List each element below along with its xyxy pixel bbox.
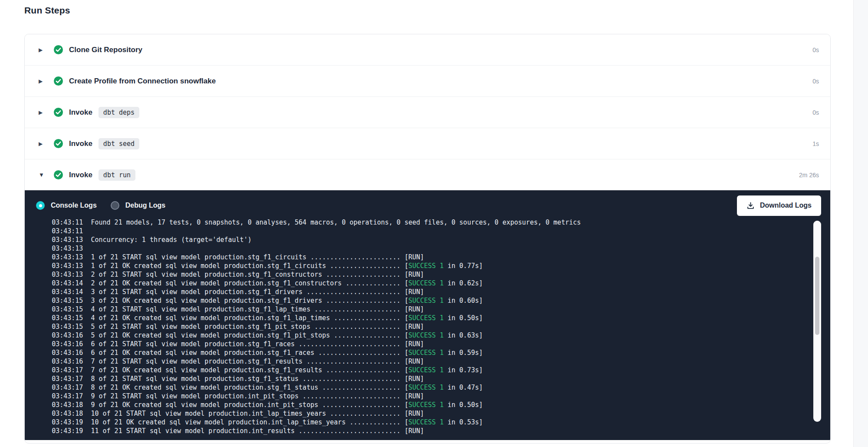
log-status: [SUCCESS 1 in 0.50s]: [404, 401, 483, 409]
log-message: 6 of 21 OK created sql view model produc…: [83, 349, 404, 357]
page-title: Run Steps: [24, 5, 70, 16]
caret-icon[interactable]: ▶: [39, 109, 54, 116]
log-timestamp: 03:43:19: [52, 427, 83, 435]
step-command-badge: dbt run: [99, 169, 135, 181]
log-timestamp: 03:43:13: [52, 253, 83, 261]
log-status: [SUCCESS 1 in 0.47s]: [404, 384, 483, 391]
log-timestamp: 03:43:17: [52, 384, 83, 391]
log-message: 10 of 21 OK created sql view model produ…: [83, 418, 404, 426]
log-timestamp: 03:43:18: [52, 410, 83, 417]
log-tab[interactable]: Debug Logs: [111, 201, 165, 210]
log-status: [SUCCESS 1 in 0.73s]: [404, 366, 483, 374]
run-step-row[interactable]: ▶ Clone Git Repository 0s: [25, 34, 830, 65]
success-check-icon: [54, 108, 63, 117]
caret-icon[interactable]: ▶: [39, 141, 54, 147]
log-status: [RUN]: [404, 271, 424, 278]
step-duration: 1s: [812, 140, 819, 147]
log-message: 10 of 21 START sql view model production…: [83, 410, 404, 417]
step-label: Invoke: [69, 139, 92, 148]
caret-icon[interactable]: ▶: [39, 47, 54, 53]
log-message: 1 of 21 START sql view model production.…: [83, 253, 404, 261]
log-timestamp: 03:43:13: [52, 262, 83, 270]
log-message: 7 of 21 START sql view model production.…: [83, 358, 404, 365]
log-timestamp: 03:43:15: [52, 305, 83, 313]
run-step-row[interactable]: ▶ Invoke dbt deps 0s: [25, 96, 830, 128]
log-message: Found 21 models, 17 tests, 0 snapshots, …: [83, 219, 581, 226]
caret-icon[interactable]: ▼: [39, 172, 54, 178]
step-duration: 2m 26s: [799, 172, 819, 179]
console-scrollbar-thumb[interactable]: [815, 257, 819, 335]
step-command-badge: dbt deps: [99, 107, 139, 118]
caret-icon[interactable]: ▶: [39, 78, 54, 84]
log-status: [SUCCESS 1 in 0.77s]: [404, 262, 483, 270]
log-message: 2 of 21 OK created sql view model produc…: [83, 279, 404, 287]
step-label: Clone Git Repository: [69, 46, 142, 54]
radio-icon[interactable]: [111, 201, 119, 210]
log-timestamp: 03:43:17: [52, 366, 83, 374]
log-message: 9 of 21 START sql view model production.…: [83, 392, 404, 400]
log-status: [SUCCESS 1 in 0.63s]: [404, 331, 483, 339]
step-command-badge: dbt seed: [99, 138, 139, 149]
run-step-row[interactable]: ▶ Create Profile from Connection snowfla…: [25, 65, 830, 96]
log-tab-label: Console Logs: [51, 202, 97, 209]
download-icon: [746, 202, 755, 210]
console-log-output[interactable]: 03:43:11 Found 21 models, 17 tests, 0 sn…: [25, 214, 811, 440]
step-label: Invoke: [69, 171, 92, 179]
log-message: Concurrency: 1 threads (target='default'…: [83, 236, 251, 244]
log-timestamp: 03:43:16: [52, 340, 83, 348]
log-timestamp: 03:43:11: [52, 227, 83, 235]
log-message: 3 of 21 OK created sql view model produc…: [83, 297, 404, 305]
log-timestamp: 03:43:15: [52, 297, 83, 305]
right-rail: [853, 0, 868, 447]
success-check-icon: [54, 170, 63, 179]
log-status: [SUCCESS 1 in 0.59s]: [404, 349, 483, 357]
log-status: [RUN]: [404, 340, 424, 348]
log-timestamp: 03:43:14: [52, 279, 83, 287]
log-message: 5 of 21 START sql view model production.…: [83, 323, 404, 331]
log-timestamp: 03:43:16: [52, 358, 83, 365]
log-status: [RUN]: [404, 323, 424, 331]
log-line: 03:43:13 Concurrency: 1 threads (target=…: [36, 227, 811, 235]
log-line: 03:43:11 Found 21 models, 17 tests, 0 sn…: [36, 214, 811, 218]
log-status: [RUN]: [404, 288, 424, 296]
log-message: 2 of 21 START sql view model production.…: [83, 271, 404, 278]
log-status: [SUCCESS 1 in 0.53s]: [404, 418, 483, 426]
log-message: 11 of 21 START sql view model production…: [83, 427, 404, 435]
log-status: [RUN]: [404, 358, 424, 365]
log-status: [SUCCESS 1 in 0.50s]: [404, 314, 483, 322]
log-tab[interactable]: Console Logs: [36, 201, 97, 210]
log-timestamp: 03:43:18: [52, 401, 83, 409]
log-message: 1 of 21 OK created sql view model produc…: [83, 262, 404, 270]
log-line: 03:43:13 1 of 21 START sql view model pr…: [36, 244, 811, 253]
console-scrollbar[interactable]: [813, 221, 821, 422]
run-steps-card: ▶ Clone Git Repository 0s ▶ Create Profi…: [24, 34, 831, 444]
log-timestamp: 03:43:13: [52, 236, 83, 244]
log-message: 8 of 21 START sql view model production.…: [83, 375, 404, 383]
log-message: 8 of 21 OK created sql view model produc…: [83, 384, 404, 391]
radio-icon[interactable]: [36, 201, 45, 210]
step-label: Invoke: [69, 108, 92, 117]
log-message: 5 of 21 OK created sql view model produc…: [83, 331, 404, 339]
success-check-icon: [54, 139, 63, 148]
log-message: 7 of 21 OK created sql view model produc…: [83, 366, 404, 374]
log-timestamp: 03:43:14: [52, 288, 83, 296]
success-check-icon: [54, 76, 63, 86]
log-status: [SUCCESS 1 in 0.60s]: [404, 297, 483, 305]
download-logs-button[interactable]: Download Logs: [737, 195, 821, 216]
log-tab-label: Debug Logs: [125, 202, 165, 209]
log-status: [RUN]: [404, 253, 424, 261]
log-message: 6 of 21 START sql view model production.…: [83, 340, 404, 348]
log-status: [RUN]: [404, 410, 424, 417]
log-message: 3 of 21 START sql view model production.…: [83, 288, 404, 296]
log-timestamp: 03:43:15: [52, 323, 83, 331]
log-message: [83, 227, 91, 235]
run-step-row[interactable]: ▼ Invoke dbt run 2m 26s: [25, 159, 830, 190]
console-panel: Console Logs Debug Logs Download Logs 03…: [25, 190, 830, 440]
log-status: [RUN]: [404, 375, 424, 383]
run-steps-list: ▶ Clone Git Repository 0s ▶ Create Profi…: [25, 34, 830, 190]
log-message: 4 of 21 OK created sql view model produc…: [83, 314, 404, 322]
run-step-row[interactable]: ▶ Invoke dbt seed 1s: [25, 128, 830, 159]
log-message: [83, 245, 91, 252]
log-timestamp: 03:43:11: [52, 219, 83, 226]
log-status: [RUN]: [404, 305, 424, 313]
